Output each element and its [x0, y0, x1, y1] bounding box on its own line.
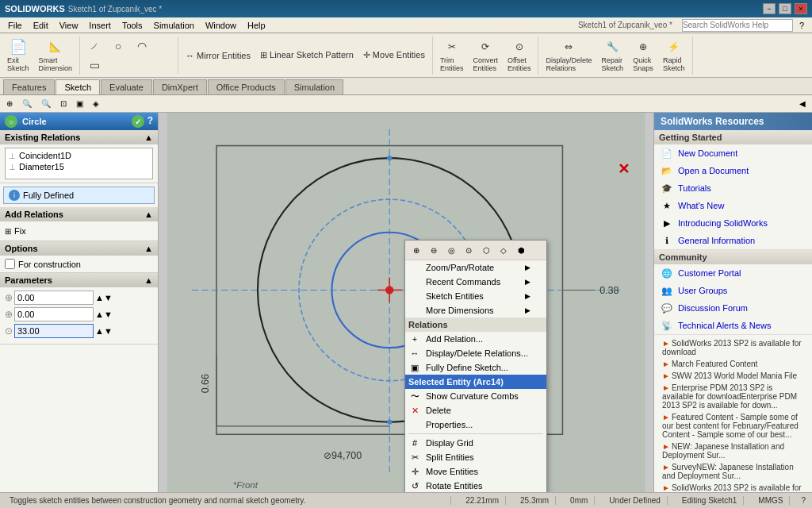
tab-sketch[interactable]: Sketch [56, 79, 100, 94]
tab-simulation[interactable]: Simulation [285, 79, 343, 94]
tab-evaluate[interactable]: Evaluate [101, 79, 152, 94]
ctx-display-grid[interactable]: # Display Grid [405, 436, 546, 450]
rp-new-document[interactable]: 📄 New Document [654, 144, 812, 162]
getting-started-header[interactable]: Getting Started [654, 130, 812, 144]
news-item-8[interactable]: ►SolidWorks 2013 SP2 is available for do… [659, 482, 807, 492]
rp-discussion-forum[interactable]: 💬 Discussion Forum [654, 299, 812, 317]
close-button[interactable]: × [795, 3, 807, 14]
ctx-show-curvature[interactable]: 〜 Show Curvature Combs [405, 389, 546, 403]
accept-button[interactable]: ✓ [132, 115, 144, 128]
menu-window[interactable]: Window [201, 19, 241, 32]
news-item-2[interactable]: ►March Featured Content [659, 358, 807, 370]
ctx-move-entities[interactable]: ✛ Move Entities [405, 464, 546, 479]
maximize-button[interactable]: □ [779, 3, 791, 14]
move-button[interactable]: ✛ Move Entities [359, 37, 429, 75]
view-3d[interactable]: ◈ [90, 98, 102, 110]
param-y-spinner[interactable]: ▲▼ [95, 310, 113, 319]
param-y-input[interactable] [14, 307, 94, 321]
menu-insert[interactable]: Insert [84, 19, 116, 32]
zoom-out[interactable]: 🔍 [38, 98, 54, 110]
parameters-header[interactable]: Parameters ▲ [0, 273, 158, 287]
ctx-properties[interactable]: Properties... [405, 418, 546, 432]
ctx-sketch-entities[interactable]: Sketch Entities ▶ [405, 289, 546, 303]
display-delete-button[interactable]: ⇔ Display/DeleteRelations [542, 37, 596, 75]
news-item-6[interactable]: ►NEW: Japanese Installation and Deployme… [659, 441, 807, 461]
rp-user-groups[interactable]: 👥 User Groups [654, 282, 812, 299]
for-construction-label[interactable]: For construction [5, 259, 153, 269]
news-item-1[interactable]: ►SolidWorks 2013 SP2 is available for do… [659, 337, 807, 358]
trim-button[interactable]: ✂ TrimEntities [436, 37, 468, 75]
arc-button[interactable]: ◠ [131, 37, 153, 55]
news-item-4[interactable]: ►Enterprise PDM 2013 SP2 is available fo… [659, 382, 807, 411]
menu-help[interactable]: Help [243, 19, 270, 32]
menu-question[interactable]: ? [795, 19, 809, 32]
for-construction-checkbox[interactable] [5, 259, 15, 269]
tab-dimxpert[interactable]: DimXpert [153, 79, 207, 94]
ctx-tb-btn-6[interactable]: ◇ [496, 242, 511, 258]
ctx-tb-btn-7[interactable]: ⬢ [513, 242, 529, 258]
menu-view[interactable]: View [55, 19, 83, 32]
menu-file[interactable]: File [3, 19, 27, 32]
rapid-sketch-button[interactable]: ⚡ RapidSketch [659, 37, 689, 75]
ctx-tb-btn-5[interactable]: ⬡ [478, 242, 494, 258]
ctx-recent-commands[interactable]: Recent Commands ▶ [405, 275, 546, 289]
ctx-fully-define[interactable]: ▣ Fully Define Sketch... [405, 360, 546, 375]
minimize-button[interactable]: − [763, 3, 776, 14]
rp-technical-alerts[interactable]: 📡 Technical Alerts & News [654, 317, 812, 334]
ctx-display-delete-relations[interactable]: ↔ Display/Delete Relations... [405, 346, 546, 360]
community-header[interactable]: Community [654, 250, 812, 264]
param-x-spinner[interactable]: ▲▼ [95, 293, 113, 302]
ctx-split-entities[interactable]: ✂ Split Entities [405, 450, 546, 464]
rp-general-info[interactable]: ℹ General Information [654, 232, 812, 249]
quick-snaps-button[interactable]: ⊕ QuickSnaps [629, 37, 657, 75]
circle-button[interactable]: ○ [107, 37, 129, 55]
smart-dimension-button[interactable]: 📐 SmartDimension [35, 37, 77, 75]
ctx-tb-btn-1[interactable]: ⊕ [408, 242, 424, 258]
rect-button[interactable]: ▭ [83, 56, 105, 74]
zoom-in[interactable]: 🔍 [19, 98, 35, 110]
convert-button[interactable]: ⟳ ConvertEntities [469, 37, 502, 75]
section-view[interactable]: ▣ [73, 98, 86, 110]
param-x-input[interactable] [14, 291, 94, 305]
mirror-button[interactable]: ↔ Mirror Entities [182, 37, 255, 75]
ctx-tb-btn-2[interactable]: ⊖ [426, 242, 442, 258]
param-r-input[interactable] [14, 324, 94, 338]
existing-relations-header[interactable]: Existing Relations ▲ [0, 130, 158, 144]
rp-introducing[interactable]: ▶ Introducing SolidWorks [654, 214, 812, 232]
menu-tools[interactable]: Tools [117, 19, 147, 32]
menu-edit[interactable]: Edit [29, 19, 53, 32]
ctx-zoom-pan[interactable]: Zoom/Pan/Rotate ▶ [405, 260, 546, 275]
tab-features[interactable]: Features [3, 79, 55, 94]
rp-whats-new[interactable]: ★ What's New [654, 197, 812, 214]
news-item-5[interactable]: ►Featured Content - Sample some of our b… [659, 411, 807, 441]
ctx-tb-btn-3[interactable]: ◎ [443, 242, 459, 258]
rp-tutorials[interactable]: 🎓 Tutorials [654, 179, 812, 197]
line-button[interactable]: ⟋ [83, 37, 105, 55]
rp-customer-portal[interactable]: 🌐 Customer Portal [654, 264, 812, 282]
linear-sketch-button[interactable]: ⊞ Linear Sketch Pattern [256, 37, 358, 75]
news-item-7[interactable]: ►SurveyNEW: Japanese Installation and De… [659, 461, 807, 482]
zoom-to-fit[interactable]: ⊕ [3, 98, 16, 110]
options-header[interactable]: Options ▲ [0, 241, 158, 256]
ctx-rotate-entities[interactable]: ↺ Rotate Entities [405, 479, 546, 492]
rp-open-document[interactable]: 📂 Open a Document [654, 162, 812, 179]
add-relations-header[interactable]: Add Relations ▲ [0, 207, 158, 221]
panel-help-button[interactable]: ? [147, 115, 153, 128]
ctx-delete[interactable]: ✕ Delete [405, 403, 546, 418]
offset-button[interactable]: ⊙ OffsetEntities [504, 37, 535, 75]
status-help-button[interactable]: ? [798, 496, 809, 505]
view-orient[interactable]: ⊡ [57, 98, 70, 110]
ctx-tb-btn-4[interactable]: ⊙ [461, 242, 477, 258]
search-input[interactable] [682, 19, 793, 32]
ctx-more-dimensions[interactable]: More Dimensions ▶ [405, 303, 546, 318]
param-r-spinner[interactable]: ▲▼ [95, 326, 113, 336]
menu-simulation[interactable]: Simulation [149, 19, 199, 32]
collapse-sidebar[interactable]: ◀ [796, 98, 809, 110]
tab-office[interactable]: Office Products [208, 79, 285, 94]
relation-icon-coincident: ⊥ [9, 152, 16, 160]
news-item-3[interactable]: ►SWW 2013 World Model Mania File [659, 370, 807, 382]
repair-sketch-button[interactable]: 🔧 RepairSketch [597, 37, 627, 75]
ctx-add-relation[interactable]: + Add Relation... [405, 332, 546, 346]
ctx-sketch-arrow: ▶ [525, 292, 530, 300]
new-button[interactable]: 📄 ExitSketch [3, 37, 33, 75]
